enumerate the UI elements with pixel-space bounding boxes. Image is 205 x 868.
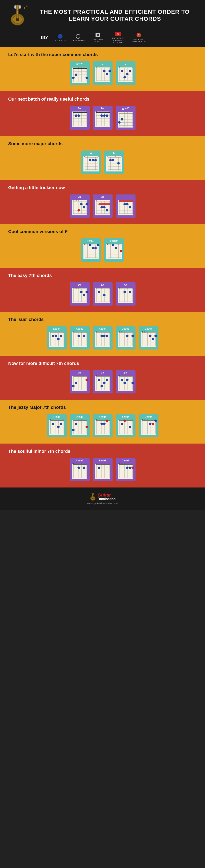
chord-Amin7-diagram: x o o o bbox=[71, 463, 88, 480]
chord-G7-diagram: o o o bbox=[71, 375, 88, 392]
chord-Emaj7-label: Emaj7 bbox=[122, 415, 129, 418]
chord-A-diagram: x o o bbox=[82, 155, 100, 173]
chord-F-label: F bbox=[125, 195, 126, 198]
svg-text:x: x bbox=[96, 66, 97, 68]
chord-E-label: E bbox=[113, 152, 115, 154]
footer-logo-text: Domination bbox=[98, 497, 115, 501]
svg-text:o: o bbox=[129, 111, 130, 113]
svg-text:x: x bbox=[119, 331, 120, 333]
svg-point-176 bbox=[86, 203, 88, 205]
chord-Dmin7-label: Dmin7 bbox=[122, 459, 129, 462]
section-easy-7th-title: The easy 7th chords bbox=[4, 273, 201, 278]
svg-point-67 bbox=[121, 70, 123, 72]
svg-point-587 bbox=[129, 467, 131, 469]
svg-point-177 bbox=[83, 206, 85, 209]
svg-text:o: o bbox=[109, 331, 110, 333]
svg-text:o: o bbox=[132, 66, 133, 68]
chord-B7: B7 x o bbox=[115, 370, 136, 394]
svg-rect-517 bbox=[141, 420, 156, 435]
svg-text:o: o bbox=[75, 463, 76, 465]
chord-Esus4: Esus4 o o bbox=[47, 326, 67, 349]
chord-Fmaj7-diagram: x x bbox=[82, 243, 100, 260]
svg-point-51 bbox=[106, 73, 108, 75]
svg-point-462 bbox=[60, 423, 62, 425]
svg-point-318 bbox=[55, 335, 57, 337]
svg-point-85 bbox=[77, 114, 80, 117]
section-cool-f-title: Cool common versions of F bbox=[4, 229, 201, 234]
svg-rect-446 bbox=[49, 420, 64, 435]
svg-rect-357 bbox=[118, 332, 133, 347]
chord-Gmaj7-diagram: o o o bbox=[71, 419, 88, 436]
section-really-useful: Our next batch of really useful chords E… bbox=[0, 91, 205, 136]
key-kill-string: USE BACK OF 1ST FINGER TO KILL STRING bbox=[111, 32, 126, 44]
svg-text:o: o bbox=[78, 67, 79, 69]
svg-rect-392 bbox=[72, 376, 87, 391]
svg-point-194 bbox=[100, 206, 103, 209]
unplayed-string-icon: ✕ bbox=[96, 33, 100, 37]
svg-text:o: o bbox=[78, 419, 79, 421]
chord-Bm: Bm x bbox=[93, 194, 112, 218]
svg-point-283 bbox=[98, 291, 100, 293]
svg-point-480 bbox=[86, 426, 88, 428]
key-label: KEY: bbox=[41, 36, 48, 40]
svg-text:o: o bbox=[127, 419, 128, 421]
chord-Emin7: Emin7 o o o o o bbox=[93, 458, 112, 481]
svg-text:x: x bbox=[119, 66, 120, 68]
section-soulful-min7-title: The soulful minor 7th chords bbox=[4, 449, 201, 454]
svg-point-246 bbox=[112, 244, 114, 246]
svg-point-460 bbox=[52, 423, 54, 425]
svg-text:o: o bbox=[118, 243, 119, 245]
svg-point-247 bbox=[114, 247, 117, 249]
chord-Cmaj7: Cmaj7 x o bbox=[47, 414, 67, 437]
root-note-icon bbox=[58, 34, 63, 39]
key-section: KEY: ROOT NOTE OPEN STRING ✕ UNPLAYED ST… bbox=[0, 30, 205, 47]
main-title: THE MOST PRACTICAL AND EFFICIENT ORDER T… bbox=[31, 8, 199, 22]
svg-text:o: o bbox=[81, 463, 82, 465]
section-trickier-chords: Dm x x o bbox=[4, 194, 201, 218]
chord-Emin7-label: Emin7 bbox=[99, 459, 106, 462]
chord-Fmaj7-label: Fmaj7 bbox=[88, 240, 95, 242]
svg-point-8 bbox=[19, 7, 21, 9]
chord-Asus4-label: Asus4 bbox=[99, 327, 106, 330]
svg-text:o: o bbox=[124, 111, 125, 113]
svg-text:x: x bbox=[96, 331, 97, 333]
svg-text:x: x bbox=[84, 243, 85, 245]
svg-text:o: o bbox=[83, 67, 84, 69]
svg-point-106 bbox=[100, 114, 103, 117]
chord-Gmaj7: Gmaj7 o o o bbox=[70, 414, 90, 437]
svg-point-426 bbox=[103, 382, 106, 384]
chord-Am-diagram: x o o bbox=[94, 111, 111, 128]
section-sus-title: The 'sus' chords bbox=[4, 317, 201, 322]
svg-text:o: o bbox=[101, 287, 102, 289]
svg-point-86 bbox=[75, 114, 77, 117]
svg-text:o: o bbox=[129, 375, 130, 377]
svg-point-356 bbox=[106, 335, 108, 337]
svg-point-212 bbox=[129, 206, 131, 209]
section-more-major-title: Some more major chords bbox=[4, 141, 201, 147]
chord-F-diagram bbox=[117, 199, 134, 216]
chord-G-rock: Grock* o o o o bbox=[115, 106, 136, 130]
svg-point-498 bbox=[106, 420, 108, 422]
svg-point-211 bbox=[126, 203, 129, 205]
svg-point-229 bbox=[94, 247, 97, 249]
chord-Gmaj7-label: Gmaj7 bbox=[76, 415, 83, 418]
svg-text:x: x bbox=[142, 331, 143, 333]
chord-E: E o o o bbox=[104, 151, 124, 174]
svg-point-124 bbox=[121, 118, 123, 121]
section-jazzy-maj7: The jazzy Major 7th chords Cmaj7 x o bbox=[0, 400, 205, 443]
chord-G-label: Grock* bbox=[76, 62, 83, 66]
key-unplayed: ✕ UNPLAYED STRING bbox=[91, 33, 105, 43]
svg-text:o: o bbox=[63, 331, 64, 333]
section-difficult-7th-title: Now for more difficult 7th chords bbox=[4, 361, 201, 366]
svg-point-390 bbox=[152, 338, 154, 340]
chord-D-label: D bbox=[102, 62, 104, 65]
svg-point-516 bbox=[129, 426, 131, 428]
chord-C7: C7 x o bbox=[93, 370, 112, 394]
chord-Dsus2-label: Dsus2 bbox=[122, 327, 129, 330]
fret-note-icon bbox=[137, 33, 141, 37]
svg-point-248 bbox=[120, 250, 123, 252]
svg-point-140 bbox=[89, 159, 92, 161]
svg-point-30 bbox=[72, 76, 75, 79]
svg-text:o: o bbox=[101, 463, 102, 465]
svg-text:o: o bbox=[86, 331, 87, 333]
